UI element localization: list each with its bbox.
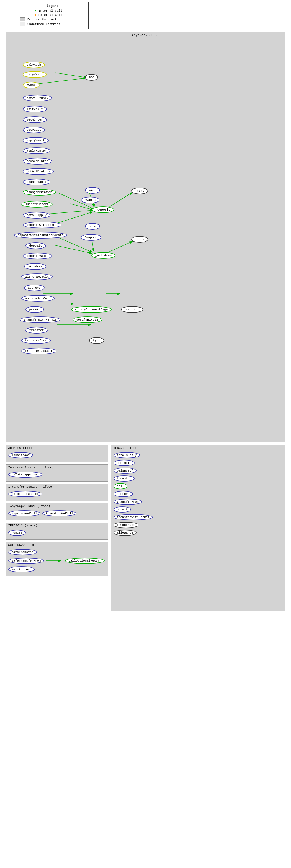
safeERC20-title: SafeERC20 (lib) xyxy=(8,543,106,547)
svg-line-5 xyxy=(53,212,93,224)
svg-line-12 xyxy=(107,242,132,253)
node-permit-ierc20: permit xyxy=(114,506,131,513)
legend-title: Legend xyxy=(20,4,86,8)
node-approveAndCall-iface: approveAndCall xyxy=(8,510,40,517)
node-approve-ierc20: approve xyxy=(114,491,133,497)
node-verifyEIP712: verifyEIP712 xyxy=(72,316,102,323)
node-permit: permit xyxy=(26,306,44,313)
bottom-left: Address (lib) isContract IApprovalReceiv… xyxy=(6,445,108,611)
node-initVault: initVault xyxy=(23,106,47,113)
node-safeTransfer: safeTransfer xyxy=(8,549,37,555)
undefined-contract-swatch xyxy=(20,22,25,26)
node-allowance-ierc20: allowance xyxy=(114,530,136,536)
node-depositWithTransferPermit: depositWithTransferPermit xyxy=(14,232,67,239)
node-onlyAuth: onlyAuth xyxy=(23,62,45,68)
legend-box: Legend Internal Call External Call Defin… xyxy=(17,2,89,29)
node-onTokenTransfer: onTokenTransfer xyxy=(8,491,42,497)
node-transfer: transfer xyxy=(26,327,48,334)
legend-external-call: External Call xyxy=(20,13,86,17)
node-isContract-ierc20: isContract xyxy=(114,522,138,528)
node-depositWithPermit: depositWithPermit xyxy=(23,222,62,228)
iERC2612-box: IERC2612 (iface) nonces xyxy=(6,523,108,540)
node-withdrawVault: withdrawVault xyxy=(21,274,53,280)
node-deposit: deposit xyxy=(26,242,46,249)
node-_mint: _mint xyxy=(131,188,148,194)
internal-call-line xyxy=(20,10,36,11)
node-onTokenApproval: onTokenApproval xyxy=(8,471,42,477)
iTransferReceiver-box: ITransferReceiver (iface) onTokenTransfe… xyxy=(6,484,108,501)
node-revokeMinter: revokeMinter xyxy=(23,158,52,164)
iApprovalReceiver-box: IApprovalReceiver (iface) onTokenApprova… xyxy=(6,464,108,482)
node-transferWithPermit: transferWithPermit xyxy=(20,316,61,323)
iERC2612-title: IERC2612 (iface) xyxy=(8,524,106,527)
node-decimals-ierc20: decimals xyxy=(114,460,135,466)
node-balanceOf-ierc20: balanceOf xyxy=(114,468,136,474)
node-transferFrom: transferFrom xyxy=(21,337,51,344)
external-call-line xyxy=(20,15,36,15)
node-setVault: setVault xyxy=(23,127,45,133)
address-lib-title: Address (lib) xyxy=(8,446,106,450)
node-_withdraw: _withdraw xyxy=(91,252,116,259)
ierc20-box: IERC20 (iface) totalSupply decimals bala… xyxy=(111,445,286,611)
node-safeTransferFrom: safeTransferFrom xyxy=(8,558,44,564)
anyswap-title: AnyswapV5ERC20 xyxy=(6,32,285,38)
node-constructor: <Constructor> xyxy=(21,201,53,208)
iAnyswapV3ERC20-title: IAnyswapV3ERC20 (iface) xyxy=(8,504,106,508)
legend-defined-contract: Defined Contract xyxy=(20,18,86,21)
node-applyVault: applyVault xyxy=(23,137,49,144)
node-safeApprove: safeApprove xyxy=(8,566,35,572)
safeTransferFrom-arrow xyxy=(46,559,63,563)
defined-contract-label: Defined Contract xyxy=(27,18,57,21)
node-_deposit: _deposit xyxy=(92,207,115,213)
bottom-section: Address (lib) isContract IApprovalReceiv… xyxy=(6,445,286,611)
node-Swapin: Swapin xyxy=(81,197,100,204)
node-transfer-ierc20: transfer xyxy=(114,475,135,482)
ierc20-title: IERC20 (iface) xyxy=(114,446,283,450)
node-setVaultOnly: setVaultOnly xyxy=(23,95,52,101)
node-callOptionalReturn: callOptionalReturn xyxy=(65,558,105,564)
node-isContract-address: isContract xyxy=(8,452,33,458)
defined-contract-swatch xyxy=(20,18,25,21)
svg-line-8 xyxy=(107,192,132,208)
svg-line-1 xyxy=(39,78,85,84)
node-withdraw: withdraw xyxy=(24,263,46,270)
node-transferFrom-ierc20: transferFrom xyxy=(114,499,142,505)
node-mpc: mpc xyxy=(85,74,98,81)
undefined-contract-label: Undefined Contract xyxy=(27,23,60,26)
node-depositVault: depositVault xyxy=(23,253,52,259)
iApprovalReceiver-title: IApprovalReceiver (iface) xyxy=(8,466,106,469)
node-onlyVault: onlyVault xyxy=(23,71,47,78)
anyswap-box: AnyswapV5ERC20 xyxy=(6,32,286,442)
node-prefixed: prefixed xyxy=(121,306,143,313)
node-approve: approve xyxy=(24,284,44,291)
node-totalSupply: totalSupply xyxy=(23,212,51,219)
ierc20-inner-box: IERC20 (iface) totalSupply decimals bala… xyxy=(111,445,286,611)
node-owner: owner xyxy=(23,82,40,88)
node-mint: mint xyxy=(85,187,100,194)
iTransferReceiver-title: ITransferReceiver (iface) xyxy=(8,485,106,489)
address-lib-box: Address (lib) isContract xyxy=(6,445,108,462)
page-wrapper: Legend Internal Call External Call Defin… xyxy=(0,2,291,611)
node-transferAndCall-iface: transferAndCall xyxy=(42,510,76,517)
external-call-label: External Call xyxy=(38,13,62,17)
node-nonces: nonces xyxy=(8,530,26,536)
node-transferAndCall: transferAndCall xyxy=(21,348,57,354)
node-totalSupply-ierc20: totalSupply xyxy=(114,452,140,458)
node-verifyPersonalSign: verifyPersonalSign xyxy=(71,306,112,313)
svg-line-10 xyxy=(55,245,91,253)
node-call-ierc20: call xyxy=(114,483,127,489)
node-changeMPCOwner: changeMPCOwner xyxy=(23,189,56,195)
internal-call-label: Internal Call xyxy=(38,9,62,12)
iAnyswapV3ERC20-box: IAnyswapV3ERC20 (iface) approveAndCall t… xyxy=(6,503,108,520)
node-approveAndCall: approveAndCall xyxy=(21,295,55,302)
svg-line-4 xyxy=(49,210,93,214)
svg-line-0 xyxy=(55,72,86,78)
node-type: type xyxy=(89,337,104,344)
node-transferWithPermit-ierc20: transferWithPermit xyxy=(114,514,153,520)
node-changeVault: changeVault xyxy=(23,179,51,185)
legend-undefined-contract: Undefined Contract xyxy=(20,22,86,26)
node-burn: burn xyxy=(85,223,100,230)
node-Swapout: Swapout xyxy=(81,234,101,241)
svg-line-11 xyxy=(92,240,94,251)
node-getAllMinters: getAllMinters xyxy=(23,168,54,175)
